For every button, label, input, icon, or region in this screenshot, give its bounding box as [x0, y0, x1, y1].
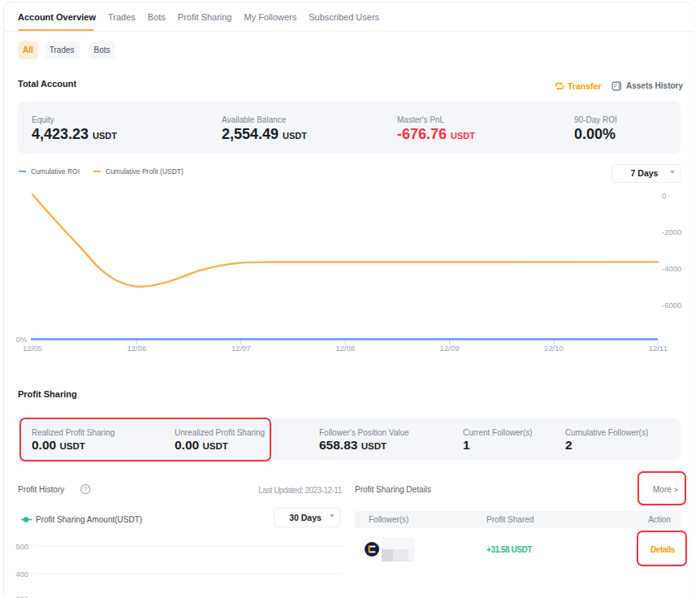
- svg-text:-6000: -6000: [662, 301, 681, 310]
- svg-text:0: 0: [662, 191, 666, 200]
- svg-text:400: 400: [15, 570, 28, 578]
- svg-text:12/06: 12/06: [127, 344, 147, 353]
- svg-text:12/10: 12/10: [544, 344, 564, 353]
- svg-text:-2000: -2000: [662, 228, 681, 236]
- svg-text:12/07: 12/07: [231, 344, 251, 353]
- svg-text:?: ?: [83, 485, 87, 493]
- svg-text:12/08: 12/08: [335, 344, 355, 353]
- svg-text:12/09: 12/09: [440, 344, 460, 353]
- svg-text:12/11: 12/11: [649, 344, 668, 353]
- svg-text:500: 500: [15, 542, 28, 551]
- svg-text:300: 300: [15, 595, 28, 598]
- svg-text:-4000: -4000: [662, 264, 681, 273]
- svg-text:12/05: 12/05: [23, 344, 42, 353]
- svg-text:0%: 0%: [16, 335, 28, 344]
